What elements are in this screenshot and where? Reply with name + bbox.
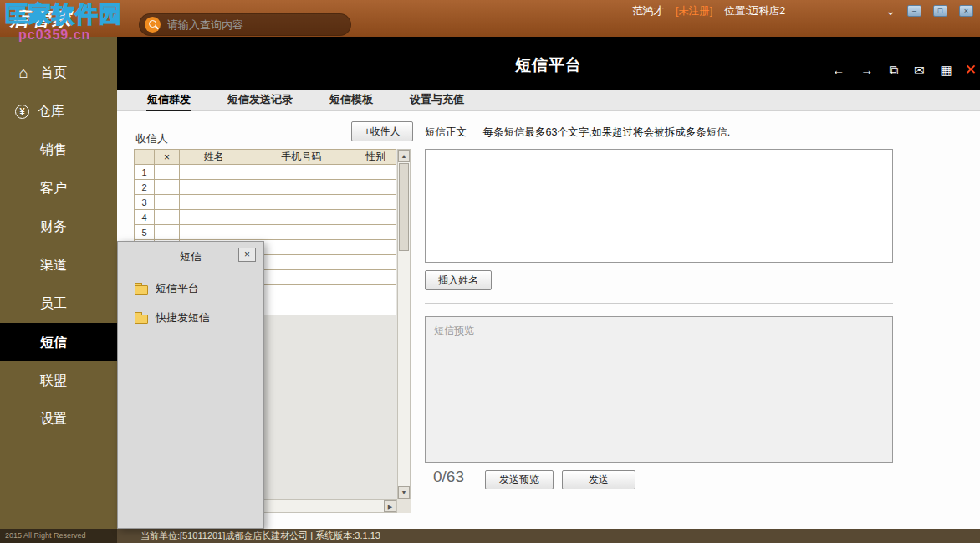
minimize-button[interactable]: – xyxy=(907,5,921,17)
tab-settings-recharge[interactable]: 设置与充值 xyxy=(391,90,482,110)
empty-cell xyxy=(355,195,396,210)
divider xyxy=(425,303,893,304)
empty-cell xyxy=(180,180,248,195)
status-info: 当前单位:[51011201]成都金店长建材公司 | 系统版本:3.1.13 xyxy=(117,529,980,543)
page-header: 短信平台 ← → ⧉ ✉ ▦ ✕ xyxy=(117,37,980,90)
row-number-cell: 4 xyxy=(135,210,155,225)
sidebar: ⌂首页¥仓库销售客户财务渠道员工短信联盟设置 xyxy=(0,37,117,529)
sidebar-item-warehouse[interactable]: ¥仓库 xyxy=(0,92,117,131)
empty-cell xyxy=(155,210,180,225)
calculator-icon[interactable]: ▦ xyxy=(941,63,952,78)
empty-cell xyxy=(248,180,355,195)
popup-item-sms-platform[interactable]: 短信平台 xyxy=(135,279,257,299)
sidebar-item-label: 财务 xyxy=(40,218,67,236)
user-status-tag: [未注册] xyxy=(676,4,712,18)
sidebar-item-sms[interactable]: 短信 xyxy=(0,323,117,361)
sidebar-item-finance[interactable]: 财务 xyxy=(0,207,117,246)
header-icons: ← → ⧉ ✉ ▦ ✕ xyxy=(832,63,977,78)
send-button[interactable]: 发送 xyxy=(562,470,635,489)
table-row: 5 xyxy=(135,225,396,240)
column-header xyxy=(135,150,155,165)
scroll-right-arrow[interactable]: ▶ xyxy=(384,500,396,512)
message-label-row: 短信正文 每条短信最多63个文字,如果超过将会被拆成多条短信. xyxy=(425,126,730,140)
sidebar-item-channels[interactable]: 渠道 xyxy=(0,246,117,284)
username-label: 范鸿才 xyxy=(632,4,664,18)
empty-cell xyxy=(180,225,248,240)
search-box[interactable] xyxy=(139,13,351,36)
popup-item-label: 快捷发短信 xyxy=(156,310,210,325)
empty-cell xyxy=(248,225,355,240)
popup-close-button[interactable]: × xyxy=(238,248,256,262)
forward-arrow-icon[interactable]: → xyxy=(860,63,873,78)
maximize-button[interactable]: □ xyxy=(933,5,947,17)
tab-send-records[interactable]: 短信发送记录 xyxy=(209,90,311,110)
mail-icon[interactable]: ✉ xyxy=(914,63,925,78)
tab-bar: 短信群发短信发送记录短信模板设置与充值 xyxy=(117,90,980,111)
popup-item-quick-send[interactable]: 快捷发短信 xyxy=(135,308,257,328)
empty-cell xyxy=(355,300,396,315)
empty-cell xyxy=(355,180,396,195)
empty-cell xyxy=(355,270,396,285)
sidebar-item-label: 仓库 xyxy=(38,103,64,120)
column-header: × xyxy=(155,150,180,165)
message-preview-box: 短信预览 xyxy=(425,316,893,463)
tab-mass-send[interactable]: 短信群发 xyxy=(129,90,209,110)
close-window-button[interactable]: × xyxy=(959,5,973,17)
popup-item-label: 短信平台 xyxy=(156,281,199,296)
sidebar-item-label: 员工 xyxy=(40,295,67,313)
sidebar-item-settings[interactable]: 设置 xyxy=(0,400,117,438)
sidebar-item-home[interactable]: ⌂首页 xyxy=(0,54,117,92)
message-body-label: 短信正文 xyxy=(425,126,467,138)
insert-name-button[interactable]: 插入姓名 xyxy=(425,270,492,290)
sidebar-item-alliance[interactable]: 联盟 xyxy=(0,361,117,400)
folder-icon xyxy=(135,315,148,324)
sidebar-item-label: 销售 xyxy=(40,141,67,159)
message-body-hint: 每条短信最多63个文字,如果超过将会被拆成多条短信. xyxy=(482,126,730,138)
empty-cell xyxy=(155,180,180,195)
chevron-down-icon[interactable]: ⌄ xyxy=(886,7,896,15)
column-header: 手机号码 xyxy=(248,150,355,165)
message-body-textarea[interactable] xyxy=(425,149,893,263)
row-number-cell: 1 xyxy=(135,165,155,180)
topbar-user-area: 范鸿才 [未注册] 位置:迈科店2 ⌄ – □ × xyxy=(632,3,973,18)
app-logo: 店管家 xyxy=(10,6,73,32)
scroll-up-arrow[interactable]: ▲ xyxy=(398,150,410,162)
scroll-down-arrow[interactable]: ▼ xyxy=(398,486,410,499)
empty-cell xyxy=(355,225,396,240)
location-label: 位置:迈科店2 xyxy=(724,4,785,18)
table-row: 2 xyxy=(135,180,396,195)
sidebar-item-label: 首页 xyxy=(40,64,67,82)
tab-label: 短信模板 xyxy=(329,90,374,111)
sidebar-item-sales[interactable]: 销售 xyxy=(0,131,117,169)
empty-cell xyxy=(155,195,180,210)
column-header: 性别 xyxy=(355,150,396,165)
recipients-table-head-row: ×姓名手机号码性别 xyxy=(135,150,396,165)
row-number-cell: 5 xyxy=(135,225,155,240)
empty-cell xyxy=(355,165,396,180)
yen-icon: ¥ xyxy=(15,105,29,119)
sidebar-item-label: 联盟 xyxy=(40,372,67,390)
export-icon[interactable]: ⧉ xyxy=(889,63,898,78)
add-recipient-button[interactable]: +收件人 xyxy=(351,121,413,141)
tab-templates[interactable]: 短信模板 xyxy=(311,90,391,110)
back-arrow-icon[interactable]: ← xyxy=(832,63,845,78)
empty-cell xyxy=(355,240,396,255)
sidebar-item-employees[interactable]: 员工 xyxy=(0,284,117,323)
vertical-scrollbar[interactable]: ▲ ▼ xyxy=(397,149,411,499)
empty-cell xyxy=(355,255,396,270)
sidebar-item-label: 客户 xyxy=(40,180,67,197)
copyright-label: 2015 All Right Reserved xyxy=(0,529,117,543)
sidebar-item-label: 短信 xyxy=(40,334,67,351)
search-input[interactable] xyxy=(167,18,339,31)
vertical-scroll-thumb[interactable] xyxy=(399,163,409,251)
empty-cell xyxy=(180,210,248,225)
row-number-cell: 3 xyxy=(135,195,155,210)
send-preview-button[interactable]: 发送预览 xyxy=(485,470,554,489)
popup-items: 短信平台快捷发短信 xyxy=(135,279,257,337)
sidebar-menu: ⌂首页¥仓库销售客户财务渠道员工短信联盟设置 xyxy=(0,37,117,438)
close-page-icon[interactable]: ✕ xyxy=(965,63,977,78)
sidebar-item-label: 设置 xyxy=(40,411,67,428)
tab-label: 设置与充值 xyxy=(409,90,465,111)
status-bar: 2015 All Right Reserved 当前单位:[51011201]成… xyxy=(0,529,980,543)
sidebar-item-customers[interactable]: 客户 xyxy=(0,169,117,207)
